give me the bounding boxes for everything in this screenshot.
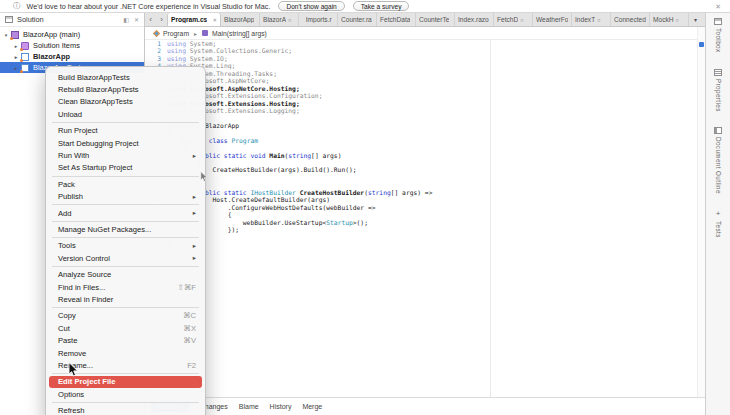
code-text: public static IHostBuilder CreateHostBui… <box>167 189 432 196</box>
menu-item-analyze-source[interactable]: Analyze Source <box>46 268 205 280</box>
tab-mockh[interactable]: MockH○ <box>650 13 689 26</box>
menu-item-unload[interactable]: Unload <box>46 108 205 120</box>
menu-item-run-project[interactable]: Run Project <box>46 125 205 137</box>
menu-separator <box>52 402 199 403</box>
dock-tab-document-outline[interactable]: Document Outline <box>714 127 722 194</box>
twisty-icon[interactable]: ▸ <box>12 43 20 49</box>
menu-item-label: Version Control <box>58 254 110 263</box>
menu-item-tools[interactable]: Tools▸ <box>46 240 205 252</box>
menu-separator <box>52 176 199 177</box>
close-tab-icon[interactable]: ✕ <box>212 17 217 23</box>
menu-item-label: Analyze Source <box>58 270 111 279</box>
menu-item-run-with[interactable]: Run With▸ <box>46 149 205 161</box>
menu-item-clean-blazorapptests[interactable]: Clean BlazorAppTests <box>46 96 205 108</box>
close-pad-icon[interactable]: ✕ <box>134 16 139 23</box>
menu-item-label: Find in Files... <box>58 283 105 292</box>
tab-indext[interactable]: IndexT○ <box>572 13 611 26</box>
breadcrumb-method[interactable]: Main(string[] args) <box>202 30 267 37</box>
nav-back-icon[interactable]: ‹ <box>145 13 156 26</box>
menu-item-label: Copy <box>58 311 76 320</box>
tab-overflow-icon[interactable]: ▾ <box>689 13 702 26</box>
project-icon <box>21 64 29 72</box>
menu-item-add[interactable]: Add▸ <box>46 207 205 219</box>
menu-item-label: Options <box>58 390 84 399</box>
dock-pad-icon[interactable]: ◧ <box>123 16 129 23</box>
class-icon <box>153 29 160 36</box>
code-text: using System.IO; <box>167 55 228 62</box>
tree-item-blazorapp[interactable]: ▸BlazorApp <box>0 51 144 62</box>
menu-item-label: Manage NuGet Packages... <box>58 225 151 234</box>
menu-item-remove[interactable]: Remove <box>46 347 205 359</box>
tab-connected[interactable]: Connected <box>611 13 650 26</box>
tab-merge[interactable]: Merge <box>302 403 322 410</box>
code-text: using System; <box>167 40 216 47</box>
menu-item-copy[interactable]: Copy⌘C <box>46 310 205 322</box>
tab-program-cs[interactable]: Program.cs✕ <box>167 13 221 26</box>
tree-item-blazorapp-main-[interactable]: ▾BlazorApp (main) <box>0 29 144 40</box>
code-line: 27 } <box>145 233 697 240</box>
dont-show-again-button[interactable]: Don't show again <box>278 1 344 11</box>
tab-history[interactable]: History <box>270 403 292 410</box>
solution-pad-header: Solution ◧ ✕ <box>0 13 144 27</box>
tab-blazorapp[interactable]: BlazorApp <box>221 13 260 26</box>
notification-message: We'd love to hear about your .NET Core e… <box>27 2 271 11</box>
tab-fetchdata[interactable]: FetchData <box>377 13 416 26</box>
menu-item-pack[interactable]: Pack <box>46 178 205 190</box>
menu-item-paste[interactable]: Paste⌘V <box>46 334 205 346</box>
menu-item-find-in-files[interactable]: Find in Files...⇧⌘F <box>46 281 205 293</box>
tab-label: WeatherFo <box>536 16 568 23</box>
column-ruler <box>490 40 491 397</box>
menu-item-rebuild-blazorapptests[interactable]: Rebuild BlazorAppTests <box>46 83 205 95</box>
menu-item-set-as-startup-project[interactable]: Set As Startup Project <box>46 162 205 174</box>
twisty-icon[interactable]: ▸ <box>12 65 20 71</box>
menu-item-version-control[interactable]: Version Control▸ <box>46 252 205 264</box>
dock-tab-tests[interactable]: + Tests <box>714 210 722 238</box>
editor-scrollbar[interactable] <box>697 27 705 397</box>
tests-icon: + <box>714 210 722 218</box>
menu-item-label: Rebuild BlazorAppTests <box>58 85 139 94</box>
menu-item-build-blazorapptests[interactable]: Build BlazorAppTests <box>46 71 205 83</box>
tree-item-solution-items[interactable]: ▸Solution Items <box>0 40 144 51</box>
code-line: 26 }); <box>145 226 697 233</box>
line-number: 3 <box>145 55 167 62</box>
menu-separator <box>52 237 199 238</box>
take-survey-button[interactable]: Take a survey <box>353 1 410 11</box>
menu-item-reveal-in-finder[interactable]: Reveal in Finder <box>46 293 205 305</box>
menu-item-cut[interactable]: Cut⌘X <box>46 322 205 334</box>
tab-index-razo[interactable]: Index.razo <box>455 13 494 26</box>
menu-item-manage-nuget-packages[interactable]: Manage NuGet Packages... <box>46 223 205 235</box>
nav-forward-icon[interactable]: › <box>156 13 167 26</box>
editor-tabbar: ‹ › Program.cs✕BlazorAppBlazorA○_Imports… <box>145 13 705 27</box>
menu-item-label: Reveal in Finder <box>58 295 113 304</box>
code-editor[interactable]: 1using System;2using System.Collections.… <box>145 40 697 397</box>
tab-blame[interactable]: Blame <box>239 403 259 410</box>
breadcrumb-class[interactable]: Program <box>154 30 189 37</box>
code-line: 20 <box>145 181 697 188</box>
menu-item-refresh[interactable]: Refresh <box>46 404 205 415</box>
tab-blazora[interactable]: BlazorA○ <box>260 13 299 26</box>
tab-weatherfo[interactable]: WeatherFo <box>533 13 572 26</box>
dock-tab-properties[interactable]: Properties <box>714 69 722 112</box>
menu-item-label: Refresh <box>58 406 85 415</box>
menu-item-start-debugging-project[interactable]: Start Debugging Project <box>46 137 205 149</box>
menu-item-options[interactable]: Options <box>46 388 205 400</box>
tab-counter-ra[interactable]: Counter.ra <box>338 13 377 26</box>
code-line: 18 CreateHostBuilder(args).Build().Run()… <box>145 166 697 173</box>
tab-fetchd[interactable]: FetchD○ <box>494 13 533 26</box>
tab-label: FetchData <box>380 16 410 23</box>
tab--imports-r[interactable]: _Imports.r <box>299 13 338 26</box>
tab-counterte[interactable]: CounterTe <box>416 13 455 26</box>
close-notification-icon[interactable]: ✕ <box>715 3 721 11</box>
menu-item-label: Paste <box>58 336 77 345</box>
code-line: 17 { <box>145 159 697 166</box>
code-line: 8using Microsoft.Extensions.Configuratio… <box>145 92 697 99</box>
menu-item-shortcut: ⌘C <box>183 311 196 320</box>
menu-item-publish[interactable]: Publish▸ <box>46 191 205 203</box>
twisty-icon[interactable]: ▾ <box>2 32 10 38</box>
twisty-icon[interactable]: ▸ <box>12 54 20 60</box>
breadcrumb-separator-icon: ▸ <box>194 30 197 37</box>
menu-item-label: Start Debugging Project <box>58 139 139 148</box>
tab-label: IndexT <box>575 16 595 23</box>
dock-tab-toolbox[interactable]: Toolbox <box>714 18 722 53</box>
line-number: 1 <box>145 40 167 47</box>
